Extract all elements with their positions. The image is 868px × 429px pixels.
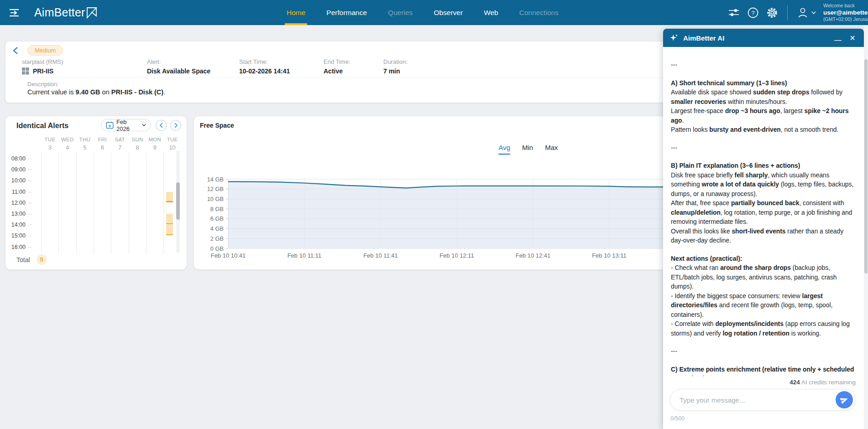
- page-scrollbar-thumb[interactable]: [864, 59, 868, 274]
- back-chevron-icon[interactable]: [11, 46, 21, 56]
- message-input[interactable]: [680, 396, 836, 404]
- month-picker-value: Feb 2026: [116, 119, 139, 132]
- svg-text:Feb 10 11:41: Feb 10 11:41: [363, 252, 398, 259]
- send-button[interactable]: [836, 391, 853, 408]
- time-label: 08:00: [5, 155, 26, 162]
- time-label: 13:00: [5, 211, 26, 217]
- ai-chat-messages: pattern (spiky / bursty)---A) Short tech…: [663, 47, 864, 376]
- alert-heatmap-block[interactable]: [166, 225, 173, 235]
- svg-text:Feb 10 10:41: Feb 10 10:41: [211, 252, 246, 259]
- month-picker[interactable]: 8 Feb 2026: [101, 119, 151, 131]
- field-label: Start Time:: [239, 58, 290, 66]
- brand-logo[interactable]: AimBetter: [34, 5, 98, 20]
- next-month-button[interactable]: [170, 120, 181, 131]
- ai-message-paragraph: ---: [671, 144, 856, 153]
- date-header: 7: [111, 145, 129, 151]
- field-label: End Time:: [324, 58, 350, 66]
- time-label: 14:00: [5, 222, 26, 228]
- nav-item-performance[interactable]: Performance: [326, 0, 367, 25]
- time-tick: [28, 247, 32, 248]
- nav-item-web[interactable]: Web: [484, 0, 498, 25]
- chart-tab-min[interactable]: Min: [522, 144, 533, 155]
- chart-tab-avg[interactable]: Avg: [498, 144, 510, 155]
- alert-heatmap-block[interactable]: [166, 214, 173, 224]
- heatmap-block-edge: [166, 201, 173, 202]
- user-menu[interactable]: [797, 6, 816, 19]
- brand-text: AimBetter: [34, 5, 85, 20]
- close-icon[interactable]: ✕: [847, 34, 858, 42]
- gear-icon[interactable]: [766, 7, 778, 19]
- identical-alerts-card: Identical Alerts 8 Feb 2026 TUE3WED4THU5…: [5, 116, 187, 269]
- user-email: user@aimbetter.com: [823, 9, 868, 16]
- heatmap-scrollbar-thumb[interactable]: [176, 182, 180, 220]
- ai-message-paragraph: B) Plain IT explanation (3–6 lines + act…: [671, 161, 856, 246]
- ai-message-paragraph: ---: [671, 61, 856, 70]
- time-label: 10:00: [5, 177, 26, 184]
- heatmap-block-edge: [166, 234, 173, 236]
- time-label: 09:00: [5, 166, 26, 173]
- grid-line: [58, 153, 59, 254]
- send-icon: [840, 396, 848, 404]
- ai-message-clipped: pattern (spiky / bursty): [671, 47, 856, 52]
- ai-panel-title: AimBetter AI: [683, 34, 828, 42]
- field-value: 7 min: [383, 67, 408, 76]
- minimize-icon[interactable]: —: [833, 33, 843, 42]
- date-header: 9: [146, 145, 164, 151]
- day-header: THU: [76, 137, 94, 142]
- host-group-label: starplast (RMS): [22, 58, 63, 66]
- svg-text:Feb 10 11:11: Feb 10 11:11: [288, 252, 322, 259]
- user-info: Welcome back user@aimbetter.com (GMT+02:…: [823, 3, 868, 22]
- ai-panel-header: AimBetter AI — ✕: [663, 29, 864, 47]
- nav-item-observer[interactable]: Observer: [434, 0, 463, 25]
- day-header: TUE: [41, 137, 59, 142]
- help-icon[interactable]: ?: [747, 7, 759, 19]
- top-nav: AimBetter HomePerformanceQueriesObserver…: [0, 0, 868, 25]
- nav-item-home[interactable]: Home: [287, 0, 305, 25]
- date-header: 10: [163, 145, 181, 151]
- total-row: Total 9: [16, 254, 47, 265]
- total-count-badge: 9: [37, 254, 47, 265]
- grid-line: [146, 153, 146, 254]
- ai-message-paragraph: Next actions (practical):- Check what ra…: [671, 254, 856, 339]
- chart-tab-max[interactable]: Max: [545, 144, 558, 155]
- heatmap-scrollbar[interactable]: [176, 150, 180, 253]
- alert-field: Duration:7 min: [383, 58, 408, 76]
- credits-label: AI credits remaining: [800, 379, 856, 386]
- calendar-icon: 8: [106, 121, 114, 129]
- time-tick: [28, 203, 32, 203]
- date-header: 6: [94, 145, 111, 151]
- nav-item-connections[interactable]: Connections: [519, 0, 559, 25]
- svg-text:Feb 10 12:11: Feb 10 12:11: [439, 252, 474, 259]
- main-nav: HomePerformanceQueriesObserverWebConnect…: [287, 0, 559, 25]
- time-tick: [28, 159, 32, 159]
- time-label: 15:00: [5, 233, 26, 239]
- alert-description: Current value is 9.40 GB on PRI-IIS - Di…: [27, 88, 165, 96]
- field-value: Disk Available Space: [147, 67, 210, 76]
- prev-month-button[interactable]: [156, 120, 167, 131]
- field-label: Alert:: [147, 58, 210, 66]
- message-input-container: [670, 389, 856, 411]
- severity-badge: Medium: [27, 45, 63, 56]
- day-header: TUE: [163, 137, 181, 142]
- date-header: 5: [76, 145, 94, 151]
- day-header: MON: [146, 137, 164, 142]
- page-scrollbar[interactable]: [864, 25, 868, 429]
- alert-field: End Time:Active: [324, 58, 350, 76]
- user-timezone: (GMT+02:00) Jerusalem: [823, 16, 868, 22]
- nav-right: ? Welcome back: [728, 0, 868, 25]
- time-tick: [28, 192, 32, 192]
- ai-credits: 424 AI credits remaining: [790, 379, 856, 386]
- sparkle-icon: [669, 33, 679, 42]
- svg-text:8 GB: 8 GB: [210, 206, 224, 212]
- host-name: PRI-IIS: [33, 67, 53, 76]
- collapse-menu-icon[interactable]: [8, 7, 20, 19]
- time-tick: [28, 236, 32, 236]
- alert-heatmap-block[interactable]: [166, 192, 173, 202]
- svg-text:Feb 10 12:41: Feb 10 12:41: [516, 252, 551, 259]
- svg-text:10 GB: 10 GB: [207, 196, 224, 202]
- time-tick: [28, 214, 32, 214]
- nav-item-queries[interactable]: Queries: [388, 0, 413, 25]
- svg-text:6 GB: 6 GB: [210, 215, 224, 222]
- svg-text:8: 8: [109, 124, 111, 128]
- filter-sliders-icon[interactable]: [728, 7, 740, 19]
